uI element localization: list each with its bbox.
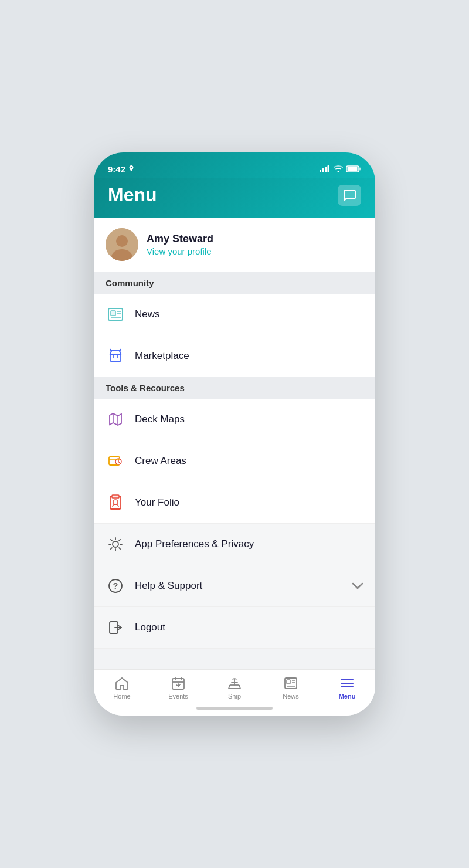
nav-item-events[interactable]: Events	[150, 676, 206, 700]
menu-item-news[interactable]: News	[94, 294, 375, 335]
svg-point-26	[113, 541, 118, 547]
menu-item-crew-areas[interactable]: Crew Areas	[94, 440, 375, 482]
svg-rect-0	[320, 170, 321, 172]
crew-areas-label: Crew Areas	[135, 455, 363, 467]
menu-item-app-preferences[interactable]: App Preferences & Privacy	[94, 524, 375, 565]
menu-item-marketplace[interactable]: Marketplace	[94, 335, 375, 377]
help-support-label: Help & Support	[135, 580, 342, 592]
svg-rect-5	[359, 168, 361, 171]
status-bar: 9:42	[94, 152, 375, 178]
your-folio-icon	[106, 493, 125, 513]
avatar	[106, 228, 138, 261]
logout-icon	[106, 618, 125, 638]
crew-areas-icon	[106, 451, 125, 471]
svg-rect-39	[287, 680, 290, 684]
menu-item-your-folio[interactable]: Your Folio	[94, 482, 375, 524]
chevron-down-icon	[352, 582, 363, 589]
menu-content: Amy Steward View your profile Community …	[94, 218, 375, 669]
news-icon-svg	[107, 306, 124, 323]
avatar-image	[106, 228, 138, 261]
view-profile-link[interactable]: View your profile	[147, 246, 213, 256]
svg-rect-12	[111, 311, 115, 316]
home-indicator	[94, 703, 375, 716]
profile-name: Amy Steward	[147, 233, 213, 245]
news-icon	[106, 304, 125, 324]
news-nav-icon	[283, 676, 299, 691]
svg-rect-2	[325, 167, 327, 172]
status-time: 9:42	[108, 164, 134, 174]
wifi-icon	[334, 165, 343, 172]
home-icon	[114, 676, 130, 691]
svg-rect-1	[322, 168, 324, 172]
deck-maps-icon	[106, 409, 125, 429]
events-icon	[170, 676, 186, 691]
ship-nav-label: Ship	[228, 693, 241, 700]
nav-item-menu[interactable]: Menu	[319, 676, 375, 700]
phone-frame: 9:42	[94, 152, 375, 716]
app-preferences-label: App Preferences & Privacy	[135, 538, 363, 550]
app-header: Menu	[94, 178, 375, 218]
svg-rect-24	[112, 495, 119, 498]
home-bar	[196, 707, 273, 710]
help-support-icon: ?	[106, 576, 125, 596]
svg-rect-16	[111, 354, 120, 362]
marketplace-icon-svg	[107, 347, 124, 365]
folio-icon-svg	[107, 494, 124, 511]
logout-label: Logout	[135, 622, 363, 633]
svg-point-8	[116, 235, 128, 247]
svg-rect-6	[348, 167, 358, 171]
menu-item-help-support[interactable]: ? Help & Support	[94, 565, 375, 607]
your-folio-label: Your Folio	[135, 497, 363, 508]
svg-text:?: ?	[113, 581, 118, 591]
bottom-nav: Home Events	[94, 669, 375, 703]
app-preferences-icon	[106, 534, 125, 554]
deck-maps-label: Deck Maps	[135, 413, 363, 425]
page-title: Menu	[108, 184, 157, 206]
menu-nav-icon	[339, 676, 355, 691]
signal-icon	[320, 165, 330, 172]
community-section-header: Community	[94, 272, 375, 294]
tools-section-header: Tools & Recources	[94, 377, 375, 399]
time-display: 9:42	[108, 164, 125, 174]
svg-rect-3	[328, 165, 329, 172]
logout-icon-svg	[107, 619, 124, 636]
news-nav-label: News	[283, 693, 299, 700]
status-icons	[320, 165, 361, 172]
nav-item-news[interactable]: News	[263, 676, 319, 700]
marketplace-label: Marketplace	[135, 350, 363, 362]
profile-section[interactable]: Amy Steward View your profile	[94, 218, 375, 272]
menu-nav-label: Menu	[339, 693, 356, 700]
profile-info: Amy Steward View your profile	[147, 233, 213, 256]
battery-icon	[346, 165, 361, 172]
chat-button[interactable]	[338, 185, 361, 206]
gear-icon-svg	[107, 535, 124, 553]
location-icon	[128, 165, 134, 172]
nav-item-ship[interactable]: Ship	[206, 676, 263, 700]
crew-icon-svg	[107, 452, 124, 470]
menu-item-deck-maps[interactable]: Deck Maps	[94, 399, 375, 440]
chat-icon	[343, 189, 356, 201]
nav-item-home[interactable]: Home	[94, 676, 150, 700]
marketplace-icon	[106, 346, 125, 366]
ship-icon	[226, 676, 243, 691]
events-nav-label: Events	[168, 693, 188, 700]
news-label: News	[135, 308, 363, 320]
svg-point-25	[113, 500, 118, 504]
menu-item-logout[interactable]: Logout	[94, 607, 375, 649]
content-spacer	[94, 649, 375, 669]
home-nav-label: Home	[113, 693, 130, 700]
help-icon-svg: ?	[107, 577, 124, 595]
map-icon-svg	[107, 411, 124, 428]
